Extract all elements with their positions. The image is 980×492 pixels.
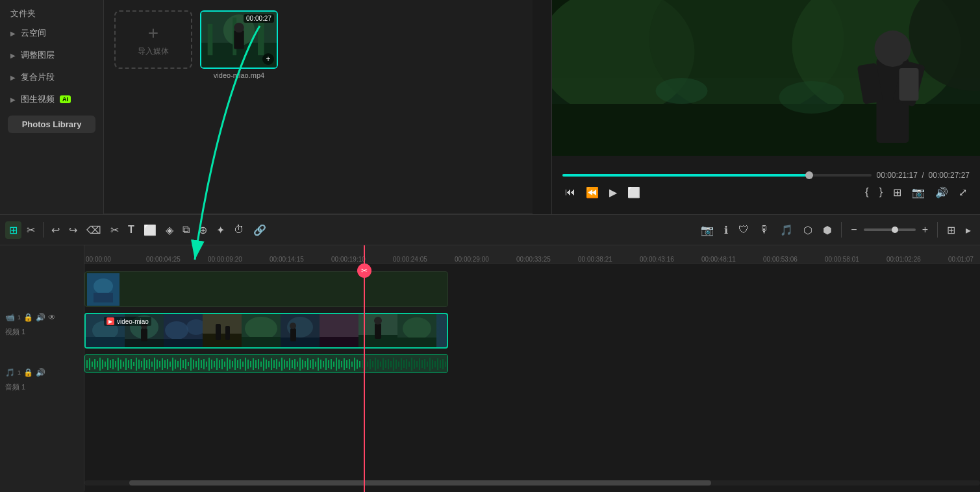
svg-rect-83 (138, 360, 140, 369)
mic-tool-button[interactable]: 🎙 (755, 221, 773, 238)
svg-rect-101 (185, 359, 186, 369)
toolbar: ⊞ ✂ ↩ ↪ ⌫ ✂ T ⬜ ◈ ⧉ ⊕ ✦ ⏱ 🔗 📷 ℹ 🛡 🎙 🎵 ⬡ … (0, 214, 980, 245)
import-tool-button[interactable]: ⬢ (819, 221, 836, 239)
svg-rect-70 (105, 362, 106, 367)
svg-rect-127 (253, 358, 254, 370)
folder-label: 文件夹 (0, 5, 103, 22)
mask-button[interactable]: ◈ (162, 221, 177, 239)
svg-rect-15 (552, 104, 980, 156)
timeline-ruler[interactable]: 00:00:00 00:00:04:25 00:00:09:20 00:00:1… (84, 245, 980, 264)
select-tool-button[interactable]: ⊞ (5, 221, 21, 239)
sidebar-item-ai-video[interactable]: ▶ 图生视频 AI (0, 88, 103, 110)
video-lock-button[interactable]: 🔒 (23, 313, 33, 322)
audio-track (84, 354, 980, 374)
sidebar-item-composite[interactable]: ▶ 复合片段 (0, 66, 103, 88)
layout-view-button[interactable]: ⊞ (943, 221, 959, 239)
video-frame-4 (203, 314, 242, 347)
video-frame-9 (397, 314, 436, 347)
ruler-mark-1: 00:00:04:25 (146, 256, 181, 263)
play-button[interactable]: ▶ (607, 185, 620, 200)
progress-bar-track[interactable] (562, 174, 872, 177)
svg-rect-124 (245, 358, 246, 371)
copy-attr-button[interactable]: ⊕ (195, 221, 211, 239)
svg-rect-93 (164, 360, 166, 368)
copy-clip-button[interactable]: ⧉ (179, 221, 194, 238)
svg-rect-39 (203, 314, 242, 334)
svg-rect-110 (208, 358, 210, 371)
svg-rect-191 (419, 358, 420, 370)
import-media-card[interactable]: + 导入媒体 (114, 10, 192, 69)
more-button[interactable]: ▸ (962, 221, 975, 239)
right-control-buttons: { } ⊞ 📷 🔊 ⤢ (862, 185, 970, 200)
svg-rect-140 (286, 361, 288, 367)
undo-button[interactable]: ↩ (47, 221, 64, 239)
svg-rect-159 (336, 358, 337, 371)
pip-clip[interactable] (84, 271, 448, 307)
zoom-slider[interactable] (864, 228, 916, 231)
audio-lock-button[interactable]: 🔒 (23, 368, 33, 377)
svg-point-22 (779, 81, 844, 114)
layout-button[interactable]: ⊞ (890, 185, 904, 200)
video-track: ▶ video-miao (84, 313, 980, 352)
ruler-mark-9: 00:00:43:16 (640, 256, 674, 263)
svg-point-7 (234, 23, 244, 32)
svg-rect-118 (229, 360, 231, 369)
audio-button[interactable]: 🔊 (933, 185, 951, 200)
zoom-in-button[interactable]: + (918, 221, 932, 238)
timeline-container: ⊞ ⧉ ⊡ ◁ 📹 1 🔒 🔊 👁 视频 1 🎵 1 🔒 🔊 (0, 245, 980, 492)
screenshot-button[interactable]: 📷 (909, 185, 927, 200)
svg-rect-169 (362, 360, 363, 368)
sidebar-item-adjust[interactable]: ▶ 调整图层 (0, 44, 103, 66)
link-button[interactable]: 🔗 (249, 221, 270, 239)
fullscreen-button[interactable]: ⬜ (625, 185, 643, 200)
svg-rect-185 (403, 360, 405, 368)
audio-track-tool-button[interactable]: 🎵 (776, 221, 797, 239)
preview-panel: 00:00:21:17 / 00:00:27:27 ⏮ ⏪ ▶ ⬜ { } ⊞ … (551, 0, 980, 214)
video-mute-button[interactable]: 🔊 (36, 313, 45, 322)
audio-mute-button[interactable]: 🔊 (36, 368, 45, 377)
export-tool-button[interactable]: ⬡ (799, 221, 816, 239)
audio-clip[interactable] (84, 354, 448, 373)
rewind-button[interactable]: ⏮ (562, 185, 578, 199)
video-card[interactable]: 00:00:27 + video-miao.mp4 (200, 10, 278, 79)
svg-rect-115 (221, 359, 223, 369)
sidebar-ai-label: 图生视频 (21, 93, 55, 105)
bracket-right-button[interactable]: } (877, 185, 885, 199)
delete-button[interactable]: ⌫ (82, 221, 105, 239)
svg-rect-147 (305, 361, 306, 367)
svg-rect-112 (214, 361, 215, 367)
preview-background (552, 0, 980, 156)
camera-tool-button[interactable]: 📷 (697, 221, 718, 239)
photos-library-button[interactable]: Photos Library (8, 116, 95, 133)
effects-button[interactable]: ✦ (212, 221, 229, 239)
shield-tool-button[interactable]: 🛡 (735, 221, 753, 238)
svg-rect-65 (92, 362, 93, 367)
video-thumbnail[interactable]: 00:00:27 + (200, 10, 278, 69)
svg-rect-4 (258, 21, 264, 55)
svg-rect-157 (331, 359, 332, 369)
crop-button[interactable]: ⬜ (140, 221, 160, 239)
time-display: 00:00:21:17 / 00:00:27:27 (877, 171, 970, 180)
title-button[interactable]: T (124, 221, 138, 238)
sidebar-item-cloud[interactable]: ▶ 云空间 (0, 22, 103, 44)
cut-button[interactable]: ✂ (107, 221, 123, 239)
timeline-scrollbar[interactable] (84, 480, 980, 486)
media-panel: + 导入媒体 00:00:27 + video- (104, 0, 533, 214)
expand-button[interactable]: ⤢ (956, 185, 970, 200)
speed-button[interactable]: ⏱ (230, 221, 248, 238)
trim-tool-button[interactable]: ✂ (23, 221, 39, 239)
video-eye-button[interactable]: 👁 (48, 313, 56, 322)
video-clip[interactable]: ▶ video-miao (84, 313, 448, 349)
svg-rect-142 (292, 360, 293, 368)
pip-thumbnail (87, 273, 119, 306)
svg-rect-129 (258, 359, 259, 369)
svg-rect-82 (136, 358, 137, 371)
redo-button[interactable]: ↪ (65, 221, 81, 239)
add-to-timeline-button[interactable]: + (262, 53, 274, 65)
svg-point-35 (165, 321, 188, 339)
bracket-left-button[interactable]: { (862, 185, 871, 199)
zoom-out-button[interactable]: − (847, 221, 861, 238)
step-back-button[interactable]: ⏪ (583, 185, 601, 200)
info-tool-button[interactable]: ℹ (720, 221, 732, 239)
scrollbar-thumb[interactable] (129, 480, 711, 486)
